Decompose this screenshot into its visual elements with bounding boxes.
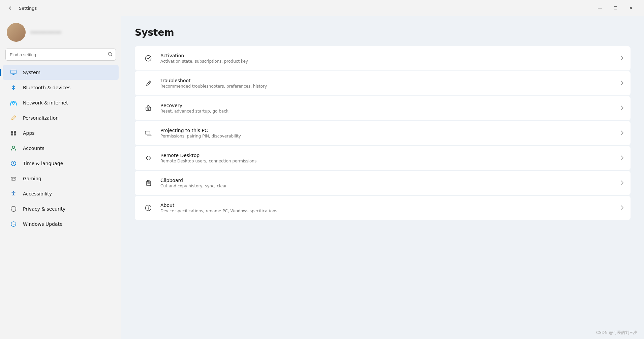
sidebar-item-label: Network & internet (23, 100, 68, 105)
chevron-right-icon (620, 155, 624, 161)
settings-item-desc: Remote Desktop users, connection permiss… (160, 159, 615, 163)
settings-item-title: Remote Desktop (160, 153, 615, 158)
settings-item-title: Clipboard (160, 178, 615, 183)
svg-point-18 (146, 56, 151, 61)
about-icon (142, 201, 155, 215)
svg-rect-6 (11, 131, 13, 133)
sidebar-item-label: Bluetooth & devices (23, 85, 70, 90)
sidebar-item-accounts[interactable]: Accounts (3, 141, 119, 156)
svg-point-10 (12, 146, 15, 149)
settings-item-desc: Reset, advanced startup, go back (160, 109, 615, 114)
sidebar-item-apps[interactable]: Apps (3, 126, 119, 141)
troubleshoot-icon (142, 76, 155, 90)
sidebar: •••••••••••• System Bluetooth & devices … (0, 16, 121, 339)
svg-point-32 (148, 207, 149, 207)
sidebar-item-label: Personalization (23, 115, 59, 121)
sidebar-item-network[interactable]: Network & internet (3, 95, 119, 110)
apps-icon (9, 129, 18, 137)
window-controls: — ❐ ✕ (592, 3, 639, 13)
settings-item-desc: Recommended troubleshooters, preferences… (160, 84, 615, 89)
settings-item-title: Projecting to this PC (160, 128, 615, 133)
settings-item-projecting[interactable]: Projecting to this PC Permissions, pairi… (135, 121, 631, 145)
settings-item-desc: Activation state, subscriptions, product… (160, 59, 615, 64)
settings-item-text: Activation Activation state, subscriptio… (155, 53, 620, 64)
sidebar-item-privacy[interactable]: Privacy & security (3, 202, 119, 216)
sidebar-item-label: System (23, 70, 40, 75)
svg-line-1 (111, 55, 113, 56)
settings-item-recovery[interactable]: Recovery Reset, advanced startup, go bac… (135, 96, 631, 120)
back-button[interactable] (5, 3, 15, 13)
sidebar-nav: System Bluetooth & devices Network & int… (0, 65, 121, 232)
settings-item-clipboard[interactable]: Clipboard Cut and copy history, sync, cl… (135, 171, 631, 195)
settings-item-title: Activation (160, 53, 615, 58)
settings-list: Activation Activation state, subscriptio… (135, 46, 631, 220)
svg-point-21 (148, 108, 149, 110)
sidebar-item-time[interactable]: Time & language (3, 156, 119, 171)
settings-item-text: Clipboard Cut and copy history, sync, cl… (155, 178, 620, 188)
settings-item-text: Recovery Reset, advanced startup, go bac… (155, 103, 620, 114)
bluetooth-icon (9, 84, 18, 92)
settings-item-desc: Permissions, pairing PIN, discoverabilit… (160, 134, 615, 138)
avatar (7, 23, 26, 42)
sidebar-item-accessibility[interactable]: Accessibility (3, 186, 119, 201)
sidebar-item-gaming[interactable]: Gaming (3, 171, 119, 186)
activation-icon (142, 52, 155, 65)
close-button[interactable]: ✕ (623, 3, 639, 13)
sidebar-item-label: Gaming (23, 176, 41, 181)
chevron-right-icon (620, 180, 624, 186)
sidebar-item-label: Time & language (23, 161, 63, 166)
search-input[interactable] (5, 49, 116, 61)
settings-item-remote-desktop[interactable]: Remote Desktop Remote Desktop users, con… (135, 146, 631, 170)
chevron-right-icon (620, 80, 624, 87)
system-icon (9, 68, 18, 76)
projecting-icon (142, 126, 155, 140)
network-icon (9, 99, 18, 107)
sidebar-item-label: Accessibility (23, 191, 52, 196)
settings-item-text: About Device specifications, rename PC, … (155, 203, 620, 213)
personalization-icon (9, 114, 18, 122)
accessibility-icon (9, 190, 18, 198)
app-title: Settings (19, 6, 588, 11)
settings-item-title: Recovery (160, 103, 615, 108)
app-body: •••••••••••• System Bluetooth & devices … (0, 16, 644, 339)
titlebar: Settings — ❐ ✕ (0, 0, 644, 16)
watermark: CSDN @可爱的刘三岁 (596, 330, 637, 336)
settings-item-about[interactable]: About Device specifications, rename PC, … (135, 196, 631, 220)
sidebar-item-label: Apps (23, 130, 35, 136)
clipboard-icon (142, 176, 155, 190)
sidebar-item-personalization[interactable]: Personalization (3, 111, 119, 125)
sidebar-item-label: Windows Update (23, 221, 63, 227)
svg-rect-8 (11, 133, 13, 135)
settings-item-desc: Cut and copy history, sync, clear (160, 184, 615, 188)
main-content: System Activation Activation state, subs… (121, 16, 644, 339)
sidebar-item-label: Privacy & security (23, 206, 65, 212)
update-icon (9, 220, 18, 228)
settings-item-text: Remote Desktop Remote Desktop users, con… (155, 153, 620, 163)
maximize-button[interactable]: ❐ (608, 3, 623, 13)
settings-item-troubleshoot[interactable]: Troubleshoot Recommended troubleshooters… (135, 71, 631, 95)
page-title: System (135, 27, 631, 38)
settings-item-activation[interactable]: Activation Activation state, subscriptio… (135, 46, 631, 70)
minimize-button[interactable]: — (592, 3, 608, 13)
gaming-icon (9, 175, 18, 183)
search-icon (108, 52, 113, 58)
svg-rect-7 (14, 131, 16, 133)
svg-point-17 (13, 191, 14, 192)
accounts-icon (9, 144, 18, 152)
svg-rect-2 (11, 70, 16, 74)
sidebar-item-system[interactable]: System (3, 65, 119, 80)
chevron-right-icon (620, 55, 624, 62)
chevron-right-icon (620, 130, 624, 136)
svg-point-15 (14, 178, 15, 179)
sidebar-item-update[interactable]: Windows Update (3, 217, 119, 232)
time-icon (9, 159, 18, 167)
chevron-right-icon (620, 205, 624, 211)
search-container (5, 49, 116, 61)
profile-section[interactable]: •••••••••••• (0, 19, 121, 49)
privacy-icon (9, 205, 18, 213)
settings-item-text: Projecting to this PC Permissions, pairi… (155, 128, 620, 138)
sidebar-item-bluetooth[interactable]: Bluetooth & devices (3, 80, 119, 95)
settings-item-desc: Device specifications, rename PC, Window… (160, 209, 615, 213)
settings-item-title: About (160, 203, 615, 208)
chevron-right-icon (620, 105, 624, 112)
